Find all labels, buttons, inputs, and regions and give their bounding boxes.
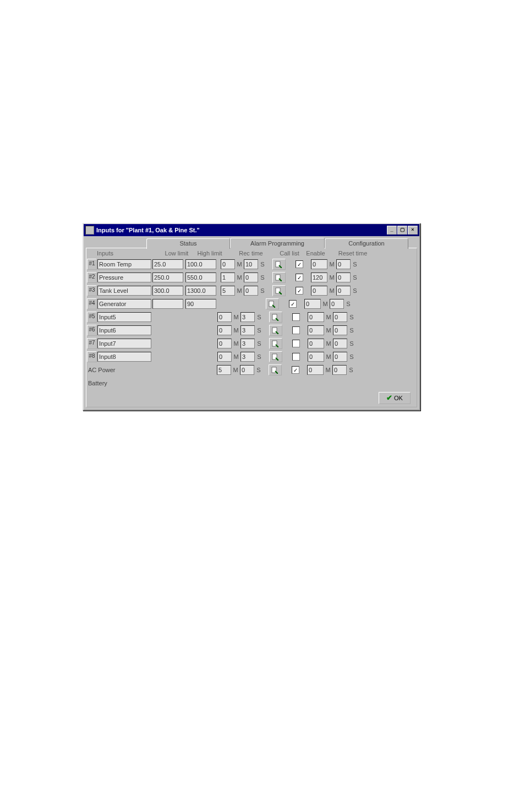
input-name-field[interactable]: Tank Level [97,286,151,296]
unit-s: S [351,287,359,294]
rectime-min-field[interactable]: 5 [221,286,235,296]
rectime-sec-field[interactable]: 3 [240,325,255,335]
reset-min-field[interactable]: 0 [308,312,324,322]
reset-min-field[interactable]: 0 [304,299,321,309]
reset-min-field[interactable]: 0 [311,286,327,296]
acpower-rectime-min[interactable]: 5 [217,365,231,375]
high-limit-field[interactable]: 100.0 [185,259,216,269]
tab-alarm-programming[interactable]: Alarm Programming [230,238,325,248]
unit-m: M [232,353,240,360]
ok-button[interactable]: ✔ OK [379,392,411,404]
rectime-min-field[interactable]: 0 [217,339,232,348]
call-list-button[interactable] [269,351,282,362]
row-number-button[interactable]: #8 [87,351,97,362]
row-number-button[interactable]: #4 [87,298,97,309]
call-list-button[interactable] [272,259,286,270]
tab-status[interactable]: Status [146,238,230,249]
enable-checkbox[interactable]: ✓ [296,287,303,295]
row-number-button[interactable]: #3 [87,285,97,296]
acpower-reset-min[interactable]: 0 [307,365,324,375]
input-name-field[interactable]: Pressure [97,273,151,282]
input-row: #6Input60M3S0M0S [87,324,416,337]
call-list-button[interactable] [269,325,282,336]
unit-s: S [347,327,356,334]
low-limit-field[interactable]: 25.0 [152,259,183,269]
reset-sec-field[interactable]: 0 [336,273,351,282]
rectime-sec-field[interactable]: 10 [244,259,258,269]
enable-checkbox[interactable]: ✓ [296,260,303,268]
high-limit-field[interactable]: 550.0 [185,273,216,282]
reset-sec-field[interactable]: 0 [333,339,347,348]
input-name-field[interactable]: Input5 [97,312,151,322]
maximize-button[interactable]: ▢ [397,226,407,235]
call-list-button[interactable] [269,312,282,323]
reset-sec-field[interactable]: 0 [333,325,347,335]
rectime-min-field[interactable]: 0 [221,259,235,269]
rectime-sec-field[interactable]: 3 [240,352,255,362]
high-limit-field[interactable]: 90 [185,299,216,309]
input-name-field[interactable]: Input6 [97,325,151,335]
acpower-call-list-button[interactable] [269,364,282,375]
unit-s: S [347,353,356,360]
rectime-min-field[interactable]: 0 [217,352,232,362]
system-menu-icon[interactable] [85,226,94,235]
unit-m: M [321,301,330,307]
input-name-field[interactable]: Generator [97,299,151,309]
low-limit-field[interactable]: 250.0 [152,273,183,282]
rectime-min-field[interactable]: 0 [217,312,232,322]
high-limit-field[interactable]: 1300.0 [185,286,216,296]
rectime-sec-field[interactable]: 3 [240,312,255,322]
header-low-limit: Low limit [160,250,193,257]
call-list-button[interactable] [266,298,279,309]
input-name-field[interactable]: Room Temp [97,259,151,269]
row-number-button[interactable]: #2 [87,272,97,283]
row-number-button[interactable]: #6 [87,325,97,336]
enable-checkbox[interactable] [292,326,300,334]
tab-configuration[interactable]: Configuration [325,238,408,249]
reset-min-field[interactable]: 0 [308,325,324,335]
low-limit-field[interactable] [152,299,183,309]
reset-sec-field[interactable]: 0 [336,259,351,269]
window-title: Inputs for "Plant #1, Oak & Pine St." [96,227,386,233]
rectime-sec-field[interactable]: 0 [244,273,258,282]
unit-m: M [235,261,244,268]
reset-min-field[interactable]: 120 [311,273,327,282]
rectime-min-field[interactable]: 0 [217,325,232,335]
titlebar[interactable]: Inputs for "Plant #1, Oak & Pine St." _ … [84,224,419,236]
enable-checkbox[interactable] [292,353,300,361]
enable-checkbox[interactable]: ✓ [289,300,297,308]
unit-m: M [327,274,336,281]
rectime-sec-field[interactable]: 0 [244,286,258,296]
acpower-rectime-sec[interactable]: 0 [240,365,254,375]
reset-sec-field[interactable]: 0 [330,299,344,309]
acpower-reset-sec[interactable]: 0 [332,365,347,375]
row-number-button[interactable]: #7 [87,338,97,349]
acpower-enable-checkbox[interactable]: ✓ [292,366,299,374]
close-button[interactable]: × [408,226,418,235]
row-number-button[interactable]: #1 [87,259,97,270]
reset-sec-field[interactable]: 0 [333,352,347,362]
input-name-field[interactable]: Input8 [97,352,151,362]
unit-s: S [254,367,263,373]
reset-min-field[interactable]: 0 [308,339,324,348]
rectime-sec-field[interactable]: 3 [240,339,255,348]
enable-checkbox[interactable] [292,313,300,321]
ac-power-label: AC Power [87,365,151,375]
call-list-button[interactable] [269,338,282,349]
unit-s: S [347,314,356,320]
rectime-min-field[interactable]: 1 [221,273,235,282]
reset-min-field[interactable]: 0 [311,259,327,269]
reset-min-field[interactable]: 0 [308,352,324,362]
input-row: #7Input70M3S0M0S [87,337,416,350]
input-name-field[interactable]: Input7 [97,339,151,348]
row-number-button[interactable]: #5 [87,312,97,323]
enable-checkbox[interactable]: ✓ [296,274,303,281]
minimize-button[interactable]: _ [387,226,397,235]
low-limit-field[interactable]: 300.0 [152,286,183,296]
call-list-button[interactable] [272,272,286,283]
call-list-button[interactable] [272,285,286,296]
reset-sec-field[interactable]: 0 [333,312,347,322]
header-enable: Enable [303,250,328,257]
enable-checkbox[interactable] [292,340,300,347]
reset-sec-field[interactable]: 0 [336,286,351,296]
